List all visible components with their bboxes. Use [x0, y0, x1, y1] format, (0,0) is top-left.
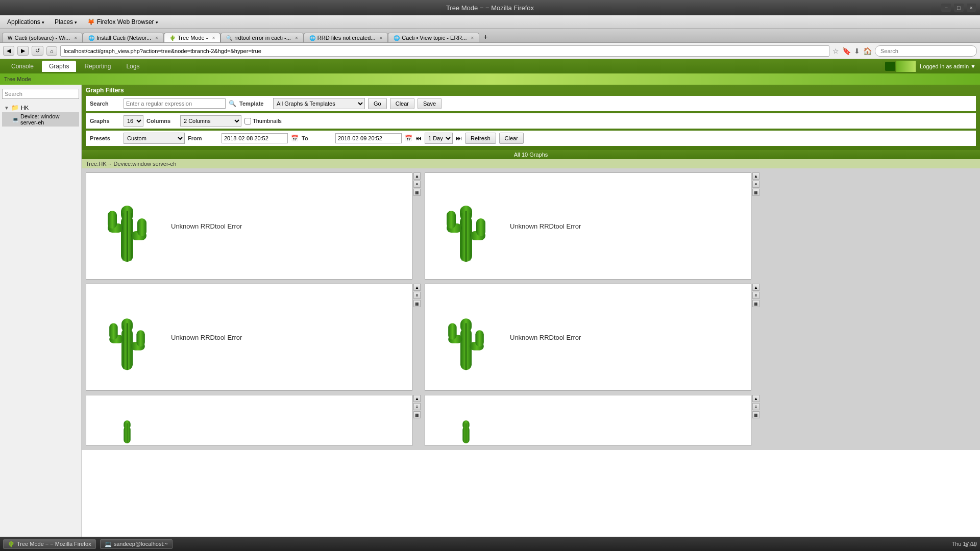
taskbar-item-1[interactable]: 💻 sandeep@localhost:~ — [100, 539, 173, 549]
sidebar-search-input[interactable] — [2, 89, 79, 99]
graph-cell-3: Unknown RRDtool Error ▲ ≡ ▦ — [86, 284, 421, 391]
graph-btn-down-2[interactable]: ▦ — [752, 189, 760, 196]
prev-timespan-icon[interactable]: ⏮ — [415, 135, 422, 142]
browser-tab-5[interactable]: 🌐 Cacti • View topic - ERR... × — [388, 33, 479, 42]
tree-node-hk[interactable]: ▼ 📁 HK — [2, 103, 79, 112]
graph-btn-mid-3[interactable]: ≡ — [413, 292, 421, 299]
graph-btn-down-6[interactable]: ▦ — [752, 411, 760, 418]
graph-btn-up-2[interactable]: ▲ — [752, 172, 760, 180]
clear-button-2[interactable]: Clear — [499, 133, 524, 144]
bookmark-icon[interactable]: 🔖 — [842, 47, 851, 55]
taskbar-item-0[interactable]: 🌵 Tree Mode − − Mozilla Firefox — [3, 539, 96, 549]
tab-icon-1: 🌐 — [88, 35, 94, 41]
graph-btn-up-5[interactable]: ▲ — [413, 395, 421, 402]
tree-node-device[interactable]: 💻 Device: window server-eh — [2, 112, 79, 127]
browser-tab-2[interactable]: 🌵 Tree Mode - × — [164, 33, 220, 42]
tab-close-4[interactable]: × — [379, 35, 382, 41]
browser-tab-4[interactable]: 🌐 RRD files not created... × — [304, 33, 388, 42]
graph-error-text-4: Unknown RRDtool Error — [510, 334, 581, 341]
menu-applications[interactable]: Applications ▾ — [2, 17, 50, 27]
from-date-input[interactable] — [222, 133, 288, 143]
columns-select[interactable]: 2 Columns — [180, 115, 241, 127]
cactus-image-3 — [91, 294, 163, 381]
cactus-image-2 — [430, 183, 502, 269]
graphs-select[interactable]: 16 — [124, 115, 143, 127]
graph-btn-down-1[interactable]: ▦ — [413, 189, 421, 196]
tab-icon-3: 🔍 — [226, 35, 232, 41]
tab-console[interactable]: Console — [4, 61, 41, 72]
refresh-button[interactable]: Refresh — [465, 133, 496, 144]
url-bar[interactable] — [60, 45, 829, 57]
browser-tab-1[interactable]: 🌐 Install Cacti (Networ... × — [83, 33, 164, 42]
clear-button-1[interactable]: Clear — [390, 98, 414, 109]
graph-panel-6 — [425, 395, 751, 446]
forward-btn[interactable]: ▶ — [17, 46, 29, 56]
graph-cell-5: ▲ ≡ ▦ — [86, 395, 421, 446]
minimize-btn[interactable]: − — [941, 4, 950, 12]
tab-logs[interactable]: Logs — [119, 61, 146, 72]
reload-btn[interactable]: ↺ — [32, 46, 43, 56]
graph-panel-5 — [86, 395, 412, 446]
browser-search-input[interactable] — [875, 45, 977, 57]
presets-select[interactable]: Custom — [124, 133, 185, 144]
tree-mode-label: Tree Mode — [4, 76, 31, 82]
go-button[interactable]: Go — [368, 98, 387, 109]
from-calendar-icon[interactable]: 📅 — [291, 135, 299, 142]
graph-icons-2: ▲ ≡ ▦ — [752, 172, 760, 280]
menu-places[interactable]: Places ▾ — [50, 17, 82, 27]
graph-search-input[interactable] — [124, 98, 226, 109]
template-select[interactable]: All Graphs & Templates — [273, 98, 365, 109]
tab-close-5[interactable]: × — [471, 35, 474, 41]
graph-btn-up-4[interactable]: ▲ — [752, 284, 760, 291]
tab-reporting[interactable]: Reporting — [77, 61, 118, 72]
thumbnails-checkbox-label[interactable]: Thumbnails — [244, 118, 282, 124]
new-tab-btn[interactable]: + — [479, 31, 492, 42]
graphs-label: Graphs — [90, 118, 120, 124]
logged-in-text[interactable]: Logged in as admin ▼ — [920, 63, 976, 69]
sidebar: ▼ 📁 HK 💻 Device: window server-eh — [0, 85, 82, 551]
graph-btn-down-5[interactable]: ▦ — [413, 411, 421, 418]
maximize-btn[interactable]: □ — [954, 4, 964, 12]
cacti-logo — [885, 61, 916, 72]
graph-btn-mid-5[interactable]: ≡ — [413, 403, 421, 410]
graph-btn-mid-4[interactable]: ≡ — [752, 292, 760, 299]
close-btn[interactable]: × — [967, 4, 976, 12]
bookmark-star-icon[interactable]: ☆ — [832, 47, 839, 55]
to-date-input[interactable] — [335, 133, 402, 143]
tab-close-3[interactable]: × — [295, 35, 298, 41]
all-graphs-bar: All 10 Graphs — [82, 150, 980, 159]
home-btn[interactable]: ⌂ — [46, 46, 57, 56]
graph-btn-down-3[interactable]: ▦ — [413, 300, 421, 307]
svg-rect-22 — [109, 323, 118, 340]
search-icon[interactable]: 🔍 — [229, 100, 236, 107]
tab-close-2[interactable]: × — [212, 35, 215, 41]
thumbnails-checkbox[interactable] — [244, 118, 251, 124]
graph-row-2: Unknown RRDtool Error ▲ ≡ ▦ — [86, 284, 976, 391]
tab-close-0[interactable]: × — [74, 35, 77, 41]
browser-tab-3[interactable]: 🔍 rrdtool error in cacti -... × — [220, 33, 303, 42]
graph-row-3: ▲ ≡ ▦ — [86, 395, 976, 446]
graph-btn-down-4[interactable]: ▦ — [752, 300, 760, 307]
timespan-select[interactable]: 1 Day — [425, 133, 453, 144]
next-timespan-icon[interactable]: ⏭ — [456, 135, 462, 142]
menu-firefox[interactable]: 🦊 Firefox Web Browser ▾ — [82, 17, 163, 27]
taskbar-icon-1: 💻 — [105, 541, 112, 547]
graph-btn-up-6[interactable]: ▲ — [752, 395, 760, 402]
graph-btn-mid-6[interactable]: ≡ — [752, 403, 760, 410]
svg-rect-13 — [447, 211, 456, 229]
graph-btn-mid-2[interactable]: ≡ — [752, 181, 760, 188]
main-area: ▼ 📁 HK 💻 Device: window server-eh Graph … — [0, 85, 980, 551]
graph-error-text-1: Unknown RRDtool Error — [171, 222, 242, 230]
to-calendar-icon[interactable]: 📅 — [405, 135, 412, 142]
browser-tab-0[interactable]: W Cacti (software) - Wi... × — [2, 33, 83, 42]
tab-graphs[interactable]: Graphs — [42, 61, 76, 72]
graph-btn-mid-1[interactable]: ≡ — [413, 181, 421, 188]
graph-btn-up-3[interactable]: ▲ — [413, 284, 421, 291]
home-addr-icon[interactable]: 🏠 — [863, 47, 872, 55]
tab-close-1[interactable]: × — [155, 35, 158, 41]
download-icon[interactable]: ⬇ — [854, 47, 860, 55]
graph-btn-up-1[interactable]: ▲ — [413, 172, 421, 180]
window-title: Tree Mode − − Mozilla Firefox — [446, 4, 534, 12]
save-button[interactable]: Save — [418, 98, 442, 109]
back-btn[interactable]: ◀ — [3, 46, 14, 56]
